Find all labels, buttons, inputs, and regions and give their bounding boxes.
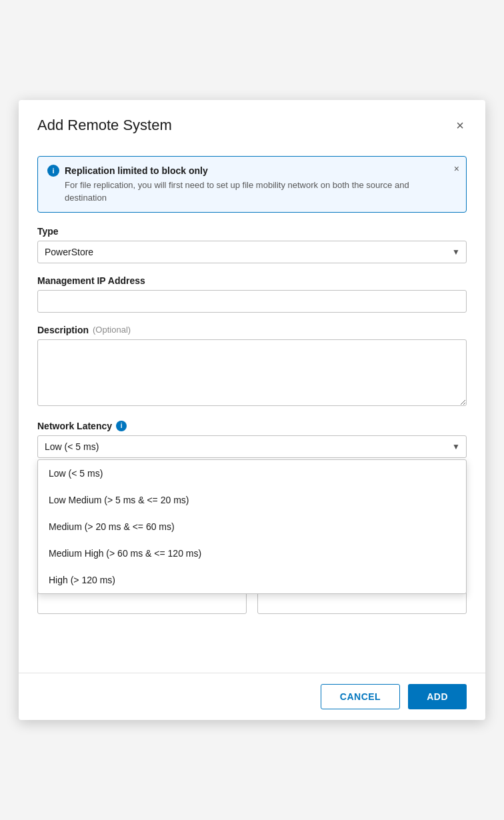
- network-latency-info-icon[interactable]: i: [116, 421, 127, 431]
- network-latency-select-wrapper: ▼ Low (< 5 ms) Low Medium (> 5 ms & <= 2…: [37, 435, 467, 458]
- network-latency-input[interactable]: [37, 435, 467, 458]
- description-textarea[interactable]: [37, 339, 467, 406]
- close-button[interactable]: ×: [453, 116, 467, 135]
- password-input[interactable]: [257, 591, 467, 614]
- network-latency-label: Network Latency i: [37, 421, 467, 431]
- bottom-spacer: [37, 626, 467, 646]
- info-icon: i: [47, 165, 59, 177]
- type-field-group: Type PowerStore ▼: [37, 226, 467, 263]
- network-latency-dropdown: Low (< 5 ms) Low Medium (> 5 ms & <= 20 …: [37, 459, 467, 594]
- dropdown-item-high[interactable]: High (> 120 ms): [38, 567, 466, 593]
- type-select[interactable]: PowerStore: [37, 241, 467, 263]
- type-select-wrapper: PowerStore ▼: [37, 241, 467, 263]
- dialog-title: Add Remote System: [37, 117, 172, 134]
- add-button[interactable]: ADD: [408, 684, 467, 709]
- management-ip-label: Management IP Address: [37, 275, 467, 286]
- username-input[interactable]: [37, 591, 247, 614]
- dropdown-item-medium[interactable]: Medium (> 20 ms & <= 60 ms): [38, 513, 466, 540]
- banner-text: For file replication, you will first nee…: [65, 179, 445, 203]
- description-field-group: Description (Optional): [37, 325, 467, 409]
- management-ip-field-group: Management IP Address: [37, 275, 467, 313]
- dropdown-item-low[interactable]: Low (< 5 ms): [38, 460, 466, 487]
- add-remote-system-dialog: Add Remote System × × i Replication limi…: [19, 100, 485, 719]
- cancel-button[interactable]: CANCEL: [321, 684, 400, 709]
- network-latency-select-box: ▼: [37, 435, 467, 458]
- banner-close-button[interactable]: ×: [454, 163, 459, 174]
- management-ip-input[interactable]: [37, 290, 467, 313]
- description-label: Description (Optional): [37, 325, 467, 335]
- dialog-header: Add Remote System ×: [19, 100, 485, 145]
- banner-title: i Replication limited to block only: [47, 165, 445, 177]
- type-label: Type: [37, 226, 467, 237]
- dropdown-item-low-medium[interactable]: Low Medium (> 5 ms & <= 20 ms): [38, 487, 466, 513]
- dialog-footer: CANCEL ADD: [19, 673, 485, 720]
- dialog-body: × i Replication limited to block only Fo…: [19, 145, 485, 659]
- network-latency-field-group: Network Latency i ▼ Low (< 5 ms) Low Med…: [37, 421, 467, 458]
- description-optional-label: (Optional): [93, 325, 131, 335]
- info-banner: × i Replication limited to block only Fo…: [37, 156, 467, 212]
- dropdown-item-medium-high[interactable]: Medium High (> 60 ms & <= 120 ms): [38, 540, 466, 567]
